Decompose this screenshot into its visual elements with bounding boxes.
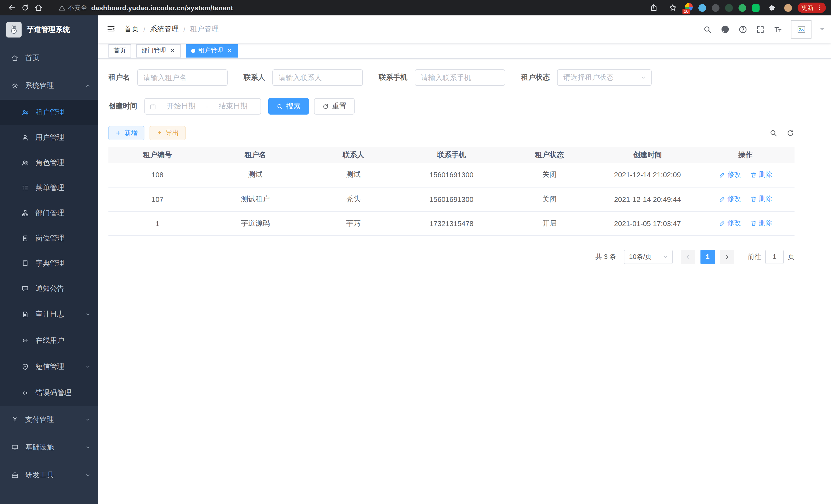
pagination-total: 共 3 条 bbox=[595, 252, 616, 261]
refresh-table-button[interactable] bbox=[786, 129, 795, 137]
extensions-menu-button[interactable] bbox=[765, 1, 779, 14]
add-button-label: 新增 bbox=[124, 128, 138, 138]
github-button[interactable] bbox=[720, 25, 730, 34]
back-icon bbox=[8, 4, 16, 12]
tab-dept[interactable]: 部门管理 bbox=[136, 44, 181, 57]
cell-id: 107 bbox=[109, 187, 206, 211]
book-icon bbox=[22, 260, 29, 267]
yen-icon bbox=[11, 416, 19, 423]
back-button[interactable] bbox=[5, 1, 19, 14]
col-status: 租户状态 bbox=[500, 147, 598, 163]
export-button[interactable]: 导出 bbox=[149, 126, 185, 140]
refresh-icon bbox=[786, 129, 795, 137]
extension-blue-icon[interactable] bbox=[698, 4, 706, 11]
reset-button[interactable]: 重置 bbox=[314, 98, 354, 115]
tab-close-icon[interactable] bbox=[169, 47, 176, 54]
sidebar-item-role[interactable]: 角色管理 bbox=[0, 150, 98, 175]
page-number-1[interactable]: 1 bbox=[700, 249, 715, 264]
range-separator: - bbox=[206, 102, 208, 111]
font-size-button[interactable] bbox=[773, 25, 782, 34]
sidebar-item-sms[interactable]: 短信管理 bbox=[0, 353, 98, 380]
extension-dark-icon[interactable] bbox=[712, 4, 719, 11]
contact-input[interactable] bbox=[273, 69, 363, 86]
sidebar-item-label: 基础设施 bbox=[25, 443, 54, 452]
avatar-dropdown-caret[interactable] bbox=[820, 28, 824, 32]
close-icon bbox=[170, 48, 175, 53]
page-size-select[interactable]: 10条/页 bbox=[624, 249, 673, 264]
monitor-icon bbox=[11, 444, 19, 451]
user-avatar[interactable] bbox=[791, 20, 811, 38]
prev-page-button[interactable] bbox=[681, 249, 695, 264]
tab-home[interactable]: 首页 bbox=[109, 44, 131, 57]
reload-button[interactable] bbox=[19, 1, 32, 14]
delete-link[interactable]: 删除 bbox=[750, 170, 772, 179]
warning-icon bbox=[59, 4, 65, 11]
toggle-search-button[interactable] bbox=[769, 129, 778, 137]
help-button[interactable] bbox=[739, 25, 747, 34]
app-logo[interactable]: 芋道管理系统 bbox=[0, 16, 98, 44]
sidebar-item-audit-log[interactable]: 审计日志 bbox=[0, 301, 98, 327]
security-warning[interactable]: 不安全 bbox=[59, 3, 87, 12]
edit-link[interactable]: 修改 bbox=[719, 170, 741, 179]
cell-phone: 17321315478 bbox=[402, 211, 500, 235]
tab-close-icon[interactable] bbox=[226, 47, 233, 54]
fullscreen-button[interactable] bbox=[756, 25, 765, 34]
delete-link[interactable]: 删除 bbox=[750, 218, 772, 228]
extension-green-icon[interactable] bbox=[739, 4, 746, 11]
add-button[interactable]: 新增 bbox=[109, 126, 144, 140]
edit-label: 修改 bbox=[727, 218, 741, 228]
sidebar-item-online-users[interactable]: 在线用户 bbox=[0, 327, 98, 353]
cell-status: 开启 bbox=[500, 211, 598, 235]
refresh-icon bbox=[322, 103, 329, 110]
edit-link[interactable]: 修改 bbox=[719, 195, 741, 204]
sidebar-item-home[interactable]: 首页 bbox=[0, 44, 98, 72]
breadcrumb-system[interactable]: 系统管理 bbox=[150, 25, 179, 34]
sidebar-item-devtools[interactable]: 研发工具 bbox=[0, 462, 98, 489]
sidebar-item-payment[interactable]: 支付管理 bbox=[0, 406, 98, 434]
message-icon bbox=[22, 285, 29, 292]
tenant-name-input[interactable] bbox=[137, 69, 228, 86]
browser-profile-avatar[interactable] bbox=[784, 4, 792, 11]
share-button[interactable] bbox=[647, 1, 660, 14]
extension-greensquare-icon[interactable] bbox=[752, 4, 760, 11]
home-button[interactable] bbox=[32, 1, 45, 14]
tab-tenant[interactable]: 租户管理 bbox=[186, 44, 238, 57]
sidebar-collapse-button[interactable] bbox=[106, 25, 116, 34]
status-select[interactable]: 请选择租户状态 bbox=[557, 69, 652, 86]
font-size-icon bbox=[773, 25, 782, 34]
sidebar-item-tenant[interactable]: 租户管理 bbox=[0, 100, 98, 125]
breadcrumb-home[interactable]: 首页 bbox=[124, 25, 139, 34]
start-date-placeholder: 开始日期 bbox=[158, 102, 204, 111]
sidebar-item-dept[interactable]: 部门管理 bbox=[0, 200, 98, 226]
sidebar-item-post[interactable]: 岗位管理 bbox=[0, 226, 98, 251]
col-tenant-id: 租户编号 bbox=[109, 147, 206, 163]
edit-link[interactable]: 修改 bbox=[719, 218, 741, 228]
next-page-button[interactable] bbox=[720, 249, 735, 264]
sidebar-item-menu[interactable]: 菜单管理 bbox=[0, 175, 98, 200]
edit-label: 修改 bbox=[727, 195, 741, 204]
sidebar-item-error-code[interactable]: 错误码管理 bbox=[0, 380, 98, 406]
signal-icon bbox=[22, 337, 29, 344]
sidebar-item-system[interactable]: 系统管理 bbox=[0, 72, 98, 100]
sidebar-item-label: 菜单管理 bbox=[35, 183, 64, 192]
table-row: 107 测试租户 秃头 15601691300 关闭 2021-12-14 20… bbox=[109, 187, 795, 211]
date-range-picker[interactable]: 开始日期 - 结束日期 bbox=[144, 98, 261, 115]
address-bar[interactable]: 不安全 dashboard.yudao.iocoder.cn/system/te… bbox=[59, 3, 233, 12]
chevron-down-icon bbox=[85, 444, 91, 451]
users-icon bbox=[22, 109, 29, 116]
sidebar-item-infra[interactable]: 基础设施 bbox=[0, 434, 98, 462]
bookmark-button[interactable] bbox=[666, 1, 679, 14]
extension-colorful[interactable]: 10 bbox=[685, 3, 693, 12]
cell-status: 关闭 bbox=[500, 187, 598, 211]
phone-input[interactable] bbox=[415, 69, 505, 86]
sidebar-item-dict[interactable]: 字典管理 bbox=[0, 251, 98, 276]
sidebar-item-label: 用户管理 bbox=[35, 133, 64, 142]
header-search-button[interactable] bbox=[703, 25, 712, 34]
delete-link[interactable]: 删除 bbox=[750, 195, 772, 204]
search-button[interactable]: 搜索 bbox=[268, 98, 309, 115]
sidebar-item-user[interactable]: 用户管理 bbox=[0, 125, 98, 150]
extension-darkgreen-icon[interactable] bbox=[725, 4, 733, 11]
goto-page-input[interactable] bbox=[765, 249, 784, 264]
sidebar-item-notice[interactable]: 通知公告 bbox=[0, 276, 98, 301]
update-button[interactable]: 更新 bbox=[798, 3, 826, 13]
